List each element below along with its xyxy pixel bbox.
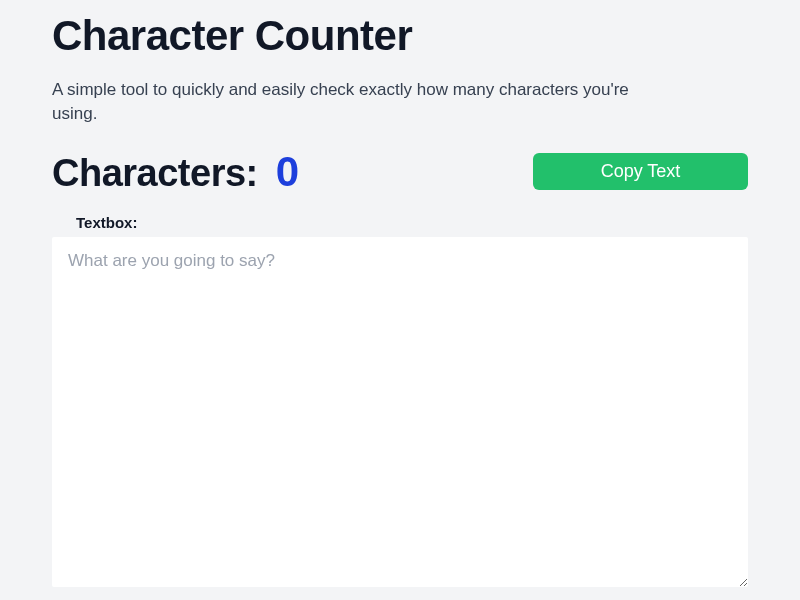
textbox-input[interactable]	[52, 237, 748, 587]
characters-label: Characters:	[52, 152, 258, 195]
copy-text-button[interactable]: Copy Text	[533, 153, 748, 190]
counter-row: Characters: 0 Copy Text	[52, 148, 748, 196]
textbox-label: Textbox:	[76, 214, 748, 231]
page-title: Character Counter	[52, 12, 748, 60]
page-description: A simple tool to quickly and easily chec…	[52, 78, 632, 126]
characters-count: 0	[276, 148, 299, 196]
